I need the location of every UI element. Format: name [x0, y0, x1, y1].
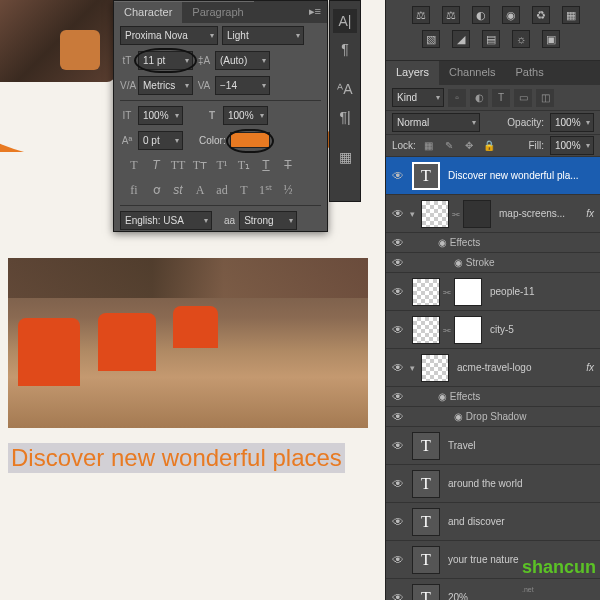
layer-row[interactable]: 👁 ▾ ⫘ map-screens... fx — [386, 195, 600, 233]
scales-icon[interactable]: ⚖ — [412, 6, 430, 24]
superscript-button[interactable]: T¹ — [214, 158, 230, 173]
balance-icon[interactable]: ⚖ — [442, 6, 460, 24]
opacity-input[interactable]: 100% — [550, 113, 594, 132]
grid-icon[interactable]: ▦ — [562, 6, 580, 24]
layer-row[interactable]: 👁 T Travel — [386, 427, 600, 465]
lock-transparency-icon[interactable]: ▦ — [422, 139, 436, 153]
hscale-input[interactable]: 100% — [223, 106, 268, 125]
lock-pixels-icon[interactable]: ✎ — [442, 139, 456, 153]
italic-button[interactable]: T — [148, 158, 164, 173]
layer-row[interactable]: 👁 ▾ acme-travel-logo fx — [386, 349, 600, 387]
layer-name[interactable]: people-11 — [484, 286, 600, 297]
vscale-input[interactable]: 100% — [138, 106, 183, 125]
fractions-button[interactable]: 1ˢᵗ — [258, 183, 274, 198]
underline-button[interactable]: T — [258, 158, 274, 173]
visibility-toggle-icon[interactable]: 👁 — [386, 591, 410, 601]
ordinals-button[interactable]: T — [236, 183, 252, 198]
leading-dropdown[interactable]: (Auto) — [215, 51, 270, 70]
allcaps-button[interactable]: TT — [170, 158, 186, 173]
effects-row[interactable]: 👁◉ Effects — [386, 233, 600, 253]
character-dock-icon[interactable]: A| — [333, 9, 357, 33]
visibility-toggle-icon[interactable]: 👁 — [386, 477, 410, 491]
tab-channels[interactable]: Channels — [439, 61, 505, 85]
blend-mode-dropdown[interactable]: Normal — [392, 113, 480, 132]
tab-paragraph[interactable]: Paragraph — [182, 1, 253, 23]
layer-row[interactable]: 👁 T around the world — [386, 465, 600, 503]
layer-row[interactable]: 👁 T Discover new wonderful pla... — [386, 157, 600, 195]
lock-position-icon[interactable]: ✥ — [462, 139, 476, 153]
lock-all-icon[interactable]: 🔒 — [482, 139, 496, 153]
language-dropdown[interactable]: English: USA — [120, 211, 212, 230]
layer-kind-dropdown[interactable]: Kind — [392, 88, 444, 107]
kerning-dropdown[interactable]: Metrics — [138, 76, 193, 95]
layer-name[interactable]: Travel — [442, 440, 600, 451]
antialias-dropdown[interactable]: Strong — [239, 211, 297, 230]
titling-button[interactable]: ad — [214, 183, 230, 198]
font-style-dropdown[interactable]: Light — [222, 26, 304, 45]
filter-shape-icon[interactable]: ▭ — [514, 89, 532, 107]
headline-text[interactable]: Discover new wonderful places — [8, 443, 345, 473]
watermark-brand: shancun — [522, 557, 596, 577]
ligatures-button[interactable]: fi — [126, 183, 142, 198]
smallcaps-button[interactable]: Tᴛ — [192, 158, 208, 173]
solid-icon[interactable]: ▧ — [422, 30, 440, 48]
gradient-icon[interactable]: ◢ — [452, 30, 470, 48]
effect-dropshadow-row[interactable]: 👁◉ Drop Shadow — [386, 407, 600, 427]
effect-stroke-row[interactable]: 👁◉ Stroke — [386, 253, 600, 273]
text-color-swatch[interactable] — [230, 132, 270, 148]
tab-layers[interactable]: Layers — [386, 61, 439, 85]
effects-row[interactable]: 👁◉ Effects — [386, 387, 600, 407]
visibility-toggle-icon[interactable]: 👁 — [386, 439, 410, 453]
half-button[interactable]: ½ — [280, 183, 296, 198]
expand-icon[interactable]: ▾ — [410, 363, 415, 373]
visibility-toggle-icon[interactable]: 👁 — [386, 207, 410, 221]
font-family-dropdown[interactable]: Proxima Nova — [120, 26, 218, 45]
fx-badge[interactable]: fx — [586, 362, 594, 373]
layer-row[interactable]: 👁 ⫘ people-11 — [386, 273, 600, 311]
bold-button[interactable]: T — [126, 158, 142, 173]
strikethrough-button[interactable]: T — [280, 158, 296, 173]
stylistic-button[interactable]: A — [192, 183, 208, 198]
visibility-toggle-icon[interactable]: 👁 — [386, 515, 410, 529]
visibility-toggle-icon[interactable]: 👁 — [386, 553, 410, 567]
baseline-input[interactable]: 0 pt — [138, 131, 183, 150]
panel-menu-icon[interactable]: ▸≡ — [303, 1, 327, 23]
layer-name[interactable]: around the world — [442, 478, 600, 489]
filter-type-icon[interactable]: T — [492, 89, 510, 107]
brightness-icon[interactable]: ☼ — [512, 30, 530, 48]
char-styles-dock-icon[interactable]: ᴬA — [333, 77, 357, 101]
tracking-dropdown[interactable]: −14 — [215, 76, 270, 95]
visibility-toggle-icon[interactable]: 👁 — [386, 285, 410, 299]
visibility-toggle-icon[interactable]: 👁 — [386, 323, 410, 337]
layer-name[interactable]: city-5 — [484, 324, 600, 335]
para-styles-dock-icon[interactable]: ¶| — [333, 105, 357, 129]
subscript-button[interactable]: T₁ — [236, 158, 252, 173]
tab-paths[interactable]: Paths — [506, 61, 554, 85]
bw-icon[interactable]: ◐ — [472, 6, 490, 24]
overlap-icon[interactable]: ◉ — [502, 6, 520, 24]
swash-button[interactable]: st — [170, 183, 186, 198]
fill-input[interactable]: 100% — [550, 136, 594, 155]
layer-name[interactable]: map-screens... — [493, 208, 586, 219]
tab-character[interactable]: Character — [114, 1, 182, 23]
visibility-toggle-icon[interactable]: 👁 — [386, 361, 410, 375]
layer-name[interactable]: and discover — [442, 516, 600, 527]
layer-name[interactable]: acme-travel-logo — [451, 362, 586, 373]
filter-pixel-icon[interactable]: ▫ — [448, 89, 466, 107]
filter-adjust-icon[interactable]: ◐ — [470, 89, 488, 107]
pattern-icon[interactable]: ▤ — [482, 30, 500, 48]
swatches-dock-icon[interactable]: ▦ — [333, 145, 357, 169]
layer-row[interactable]: 👁 T and discover — [386, 503, 600, 541]
visibility-toggle-icon[interactable]: 👁 — [386, 169, 410, 183]
layer-row[interactable]: 👁 ⫘ city-5 — [386, 311, 600, 349]
contextual-button[interactable]: ơ — [148, 183, 164, 198]
layer-list[interactable]: 👁 T Discover new wonderful pla... 👁 ▾ ⫘ … — [386, 157, 600, 600]
filter-smart-icon[interactable]: ◫ — [536, 89, 554, 107]
paragraph-dock-icon[interactable]: ¶ — [333, 37, 357, 61]
font-size-dropdown[interactable]: 11 pt — [138, 51, 193, 70]
fx-badge[interactable]: fx — [586, 208, 594, 219]
lut-icon[interactable]: ▣ — [542, 30, 560, 48]
layer-name[interactable]: Discover new wonderful pla... — [442, 170, 600, 181]
recycle-icon[interactable]: ♻ — [532, 6, 550, 24]
expand-icon[interactable]: ▾ — [410, 209, 415, 219]
